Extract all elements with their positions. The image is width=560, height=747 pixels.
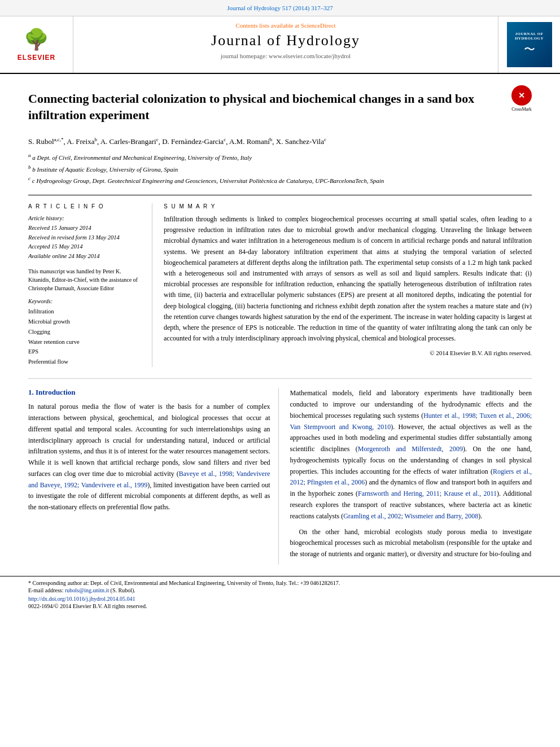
footer-left: * Corresponding author at: Dept. of Civi… xyxy=(28,580,340,593)
journal-logo-area: JOURNAL OF HYDROLOGY 〜 xyxy=(498,16,560,73)
issn-line: 0022-1694/© 2014 Elsevier B.V. All right… xyxy=(28,603,532,609)
affil-marker-a: a xyxy=(28,152,31,158)
summary-text: Infiltration through sediments is linked… xyxy=(164,214,532,344)
article-info-column: A R T I C L E I N F O Article history: R… xyxy=(28,203,152,367)
author-a-freixa: A. Freixa xyxy=(67,138,94,146)
summary-heading: S U M M A R Y xyxy=(164,203,532,209)
corresponding-author-note: * Corresponding author at: Dept. of Civi… xyxy=(28,580,340,586)
keyword-infiltration: Infiltration xyxy=(28,307,144,317)
keyword-water-retention: Water retention curve xyxy=(28,337,144,347)
author-s-rubol: S. Rubol xyxy=(28,138,54,146)
journal-header: 🌳 ELSEVIER Contents lists available at S… xyxy=(0,16,560,74)
accepted-date: Accepted 15 May 2014 xyxy=(28,242,144,252)
affil-sup-c1: c xyxy=(156,137,159,142)
footer-row: * Corresponding author at: Dept. of Civi… xyxy=(28,580,532,593)
keyword-microbial: Microbial growth xyxy=(28,317,144,327)
intro-right-text: Mathematical models, field and laborator… xyxy=(290,388,532,560)
article-info-heading: A R T I C L E I N F O xyxy=(28,203,144,209)
title-area: ✕ CrossMark Connecting bacterial coloniz… xyxy=(28,85,532,130)
affil-sup-b2: b xyxy=(270,137,273,142)
paper-title: Connecting bacterial colonization to phy… xyxy=(28,91,532,123)
author-am-romani: A.M. Romaní xyxy=(229,138,270,146)
ref-baveye: Baveye et al., 1998; Vandevivere and Bav… xyxy=(28,470,270,489)
received-date: Received 15 January 2014 xyxy=(28,224,144,233)
intro-para-3: On the other hand, microbial ecologists … xyxy=(290,527,532,560)
journal-homepage: journal homepage: www.elsevier.com/locat… xyxy=(85,53,487,59)
tree-icon: 🌳 xyxy=(18,28,55,51)
sciencedirect-prefix: Contents lists available at xyxy=(235,22,299,29)
affil-sup-b1: b xyxy=(94,137,97,142)
author-a-carles: A. Carles-Brangari xyxy=(100,138,156,146)
section-divider xyxy=(28,378,532,379)
email-line: E-mail address: rubols@ing.unitn.it (S. … xyxy=(28,587,340,593)
email-label: E-mail address: xyxy=(28,587,63,593)
affil-sup-a: a,c,* xyxy=(54,137,64,142)
intro-right-col: Mathematical models, field and laborator… xyxy=(290,388,532,565)
affiliations: a a Dept. of Civil, Environmental and Me… xyxy=(28,151,532,186)
footer-bottom: http://dx.doi.org/10.1016/j.jhydrol.2014… xyxy=(28,596,532,602)
journal-reference: Journal of Hydrology 517 (2014) 317–327 xyxy=(227,5,333,11)
intro-para-1: In natural porous media the flow of wate… xyxy=(28,401,270,513)
intro-para-2: Mathematical models, field and laborator… xyxy=(290,388,532,522)
elsevier-brand: ELSEVIER xyxy=(18,54,55,62)
keyword-preferential: Preferential flow xyxy=(28,357,144,367)
affil-marker-c: c xyxy=(28,176,30,181)
editor-note: This manuscript was handled by Peter K. … xyxy=(28,267,144,292)
sciencedirect-brand: ScienceDirect xyxy=(301,22,336,29)
keywords-list: Infiltration Microbial growth Clogging W… xyxy=(28,307,144,367)
introduction-section: 1. Introduction In natural porous media … xyxy=(28,388,532,565)
crossmark-label: CrossMark xyxy=(511,107,532,112)
journal-title-area: Contents lists available at ScienceDirec… xyxy=(73,16,498,73)
logo-wave-icon: 〜 xyxy=(524,42,535,57)
keywords-section: Keywords: Infiltration Microbial growth … xyxy=(28,298,144,367)
crossmark-area: ✕ CrossMark xyxy=(511,85,532,112)
ref-rogiers: Rogiers et al., 2012; Pfingsten et al., … xyxy=(290,468,532,487)
article-history: Article history: Received 15 January 201… xyxy=(28,214,144,261)
affil-marker-b: b xyxy=(28,164,31,170)
author-x-sanchez: X. Sanchez-Vila xyxy=(276,138,324,146)
ref-morgenroth: Morgenroth and Milferstedt, 2009 xyxy=(358,445,463,453)
authors-line: S. Rubola,c,*, A. Freixab, A. Carles-Bra… xyxy=(28,136,532,148)
keywords-label: Keywords: xyxy=(28,298,144,304)
copyright-line: © 2014 Elsevier B.V. All rights reserved… xyxy=(164,350,532,356)
author-d-fernandez: D. Fernàndez-Garcia xyxy=(162,138,224,146)
summary-column: S U M M A R Y Infiltration through sedim… xyxy=(164,203,532,367)
keyword-eps: EPS xyxy=(28,347,144,357)
affil-sup-c2: c xyxy=(224,137,226,142)
keyword-clogging: Clogging xyxy=(28,327,144,337)
intro-left-col: 1. Introduction In natural porous media … xyxy=(28,388,279,565)
crossmark-icon: ✕ xyxy=(511,85,532,106)
email-name: (S. Rubol). xyxy=(111,587,135,593)
email-address: rubols@ing.unitn.it xyxy=(65,587,109,593)
intro-section-title: 1. Introduction xyxy=(28,388,270,397)
affil-sup-c3: c xyxy=(324,137,326,142)
journal-logo-box: JOURNAL OF HYDROLOGY 〜 xyxy=(507,22,552,67)
page-footer: * Corresponding author at: Dept. of Civi… xyxy=(0,576,560,613)
top-bar: Journal of Hydrology 517 (2014) 317–327 xyxy=(0,0,560,16)
publisher-logo-area: 🌳 ELSEVIER xyxy=(0,16,73,73)
issn-text: 0022-1694/© 2014 Elsevier B.V. All right… xyxy=(28,603,147,609)
revised-date: Received in revised form 13 May 2014 xyxy=(28,233,144,243)
affiliation-c: c c Hydrogeology Group, Dept. Geotechnic… xyxy=(28,174,532,186)
main-content: ✕ CrossMark Connecting bacterial coloniz… xyxy=(0,74,560,576)
affiliation-a: a a Dept. of Civil, Environmental and Me… xyxy=(28,151,532,163)
available-date: Available online 24 May 2014 xyxy=(28,252,144,261)
history-label: Article history: xyxy=(28,214,144,224)
sciencedirect-link: Contents lists available at ScienceDirec… xyxy=(85,22,487,29)
ref-farnsworth: Farnsworth and Hering, 2011; Krause et a… xyxy=(358,490,497,497)
journal-main-title: Journal of Hydrology xyxy=(85,32,487,49)
affiliation-b: b b Institute of Aquatic Ecology, Univer… xyxy=(28,163,532,174)
info-summary-section: A R T I C L E I N F O Article history: R… xyxy=(28,195,532,367)
doi-link[interactable]: http://dx.doi.org/10.1016/j.jhydrol.2014… xyxy=(28,596,135,602)
page: Journal of Hydrology 517 (2014) 317–327 … xyxy=(0,0,560,747)
ref-gramling: Gramling et al., 2002; Wissmeier and Bar… xyxy=(343,512,478,520)
ref-hunter: Hunter et al., 1998; Tuxen et al., 2006;… xyxy=(290,412,532,431)
journal-logo-title: JOURNAL OF HYDROLOGY xyxy=(509,32,550,41)
elsevier-logo: 🌳 ELSEVIER xyxy=(18,28,55,62)
intro-left-text: In natural porous media the flow of wate… xyxy=(28,401,270,513)
